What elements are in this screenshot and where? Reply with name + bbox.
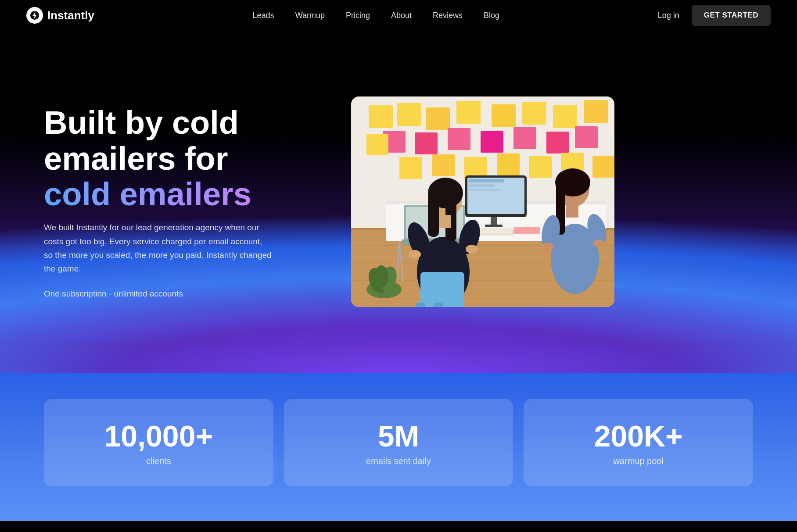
svg-rect-48 — [485, 225, 503, 227]
hero-subtext: One subscription - unlimited accounts. — [44, 289, 316, 299]
logo-text: Instantly — [47, 9, 94, 22]
svg-rect-17 — [575, 126, 598, 148]
hero-image — [351, 96, 614, 307]
svg-rect-8 — [522, 102, 546, 125]
svg-rect-62 — [439, 215, 451, 228]
stat-card-clients: 10,000+ clients — [44, 399, 273, 486]
svg-rect-6 — [456, 101, 481, 124]
svg-point-78 — [593, 239, 605, 247]
svg-rect-67 — [420, 272, 464, 307]
svg-rect-4 — [397, 103, 421, 126]
svg-rect-25 — [592, 156, 614, 178]
svg-rect-45 — [469, 184, 495, 187]
hero-heading-line2: emailers for — [44, 140, 228, 177]
svg-rect-53 — [476, 228, 512, 233]
svg-rect-15 — [513, 127, 536, 149]
stat-number-warmup: 200K+ — [594, 421, 683, 451]
svg-rect-5 — [426, 107, 450, 130]
svg-rect-23 — [529, 156, 552, 178]
stats-section: 10,000+ clients 5M emails sent daily 200… — [0, 373, 797, 521]
nav-links: Leads Warmup Pricing About Reviews Blog — [253, 11, 500, 20]
svg-rect-44 — [469, 179, 504, 182]
get-started-button[interactable]: GET STARTED — [692, 5, 771, 26]
svg-rect-74 — [566, 205, 578, 218]
hero-section: Built by cold emailers for cold emailers… — [0, 31, 797, 373]
svg-rect-7 — [492, 104, 516, 127]
svg-rect-16 — [546, 132, 569, 154]
stat-card-emails: 5M emails sent daily — [284, 399, 513, 486]
svg-rect-12 — [415, 132, 438, 154]
nav-warmup[interactable]: Warmup — [295, 11, 325, 20]
svg-rect-3 — [369, 105, 393, 128]
svg-rect-68 — [416, 303, 425, 307]
nav-reviews[interactable]: Reviews — [433, 11, 463, 20]
logo-icon — [26, 7, 43, 24]
hero-image-wrapper — [351, 96, 614, 307]
svg-point-66 — [466, 245, 478, 254]
hero-heading-line1: Built by cold — [44, 104, 239, 141]
main-nav: Instantly Leads Warmup Pricing About Rev… — [0, 0, 797, 31]
svg-point-77 — [542, 243, 553, 250]
svg-rect-10 — [584, 100, 608, 123]
stat-number-emails: 5M — [378, 421, 419, 451]
hero-content: Built by cold emailers for cold emailers… — [44, 105, 316, 299]
svg-rect-13 — [448, 128, 470, 150]
hero-description: We built Instantly for our lead generati… — [44, 221, 272, 275]
nav-blog[interactable]: Blog — [484, 11, 499, 20]
stat-number-clients: 10,000+ — [104, 421, 213, 451]
nav-pricing[interactable]: Pricing — [346, 11, 370, 20]
svg-rect-69 — [434, 303, 442, 307]
svg-rect-54 — [513, 227, 540, 234]
nav-about[interactable]: About — [391, 11, 412, 20]
svg-rect-46 — [469, 189, 499, 191]
nav-leads[interactable]: Leads — [253, 11, 274, 20]
svg-rect-19 — [399, 157, 422, 179]
svg-rect-20 — [432, 154, 455, 176]
logo-link[interactable]: Instantly — [26, 7, 94, 24]
hero-heading: Built by cold emailers for cold emailers — [44, 105, 316, 212]
stat-card-warmup: 200K+ warmup pool — [524, 399, 753, 486]
svg-rect-60 — [428, 193, 439, 237]
svg-rect-22 — [497, 154, 520, 175]
svg-rect-43 — [467, 178, 524, 214]
svg-rect-18 — [366, 134, 388, 155]
svg-point-65 — [409, 250, 421, 259]
nav-actions: Log in GET STARTED — [658, 5, 771, 26]
hero-heading-line3: cold emailers — [44, 176, 251, 212]
stat-label-emails: emails sent daily — [366, 456, 431, 466]
login-link[interactable]: Log in — [658, 11, 679, 20]
svg-rect-9 — [553, 105, 577, 128]
svg-rect-14 — [481, 131, 503, 153]
stat-label-warmup: warmup pool — [613, 456, 664, 466]
stat-label-clients: clients — [146, 456, 171, 466]
